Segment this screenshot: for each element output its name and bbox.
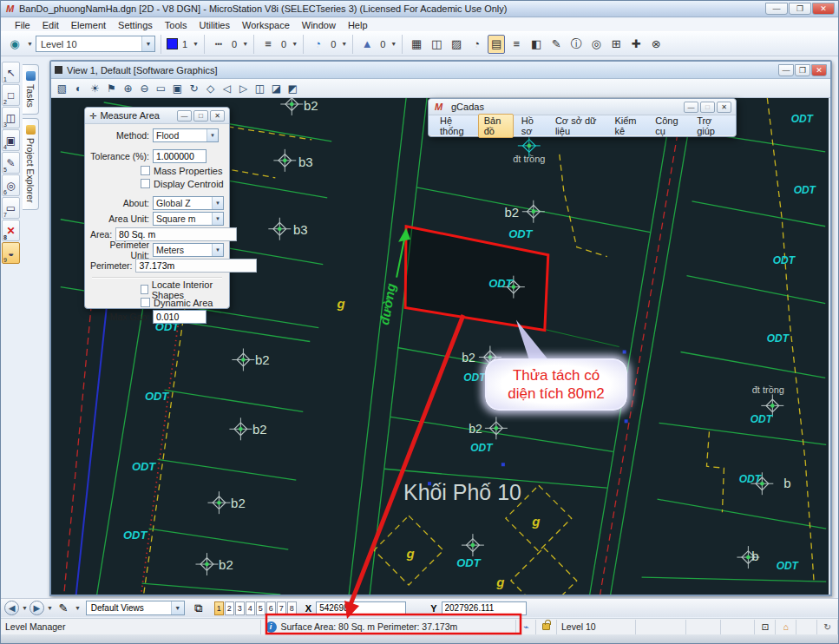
chevron-down-icon[interactable]: ▼ — [390, 41, 397, 47]
active-level-status[interactable]: Level 10 — [557, 620, 636, 634]
line-weight-icon[interactable]: ≡ — [259, 35, 277, 54]
gcadas-menu-bản-đồ[interactable]: Bản đồ — [478, 114, 514, 138]
window-area-icon[interactable]: ▭ — [154, 81, 168, 96]
menu-edit[interactable]: Edit — [37, 20, 64, 30]
measure-dialog-title-bar[interactable]: ✛ Measure Area — □ ✕ — [85, 108, 229, 124]
menu-help[interactable]: Help — [343, 20, 373, 30]
groups-tool[interactable]: ◎6 — [2, 174, 20, 196]
zoom-out-icon[interactable]: ⊖ — [137, 81, 152, 96]
view-toggle-3[interactable]: 3 — [235, 601, 245, 615]
title-bar[interactable]: M BanDo_phuongNamHa.dgn [2D - V8 DGN] - … — [1, 1, 838, 17]
flag-icon[interactable]: ⚑ — [104, 81, 119, 96]
chevron-down-icon[interactable]: ▼ — [242, 41, 248, 47]
dialog-close-button[interactable]: ✕ — [210, 110, 225, 122]
view-minimize-button[interactable]: — — [778, 64, 794, 76]
view-previous-icon[interactable]: ◁ — [220, 81, 234, 96]
area-unit-combo[interactable]: Square m ▼ — [153, 212, 224, 226]
gcadas-minimize-button[interactable]: — — [684, 102, 698, 113]
gcadas-close-button[interactable]: ✕ — [717, 102, 731, 113]
tab-project-explorer[interactable]: Project Explorer — [23, 118, 39, 210]
dialog-minimize-button[interactable]: — — [177, 110, 192, 122]
gcadas-menu-hồ-sơ[interactable]: Hồ sơ — [515, 114, 547, 138]
method-combo[interactable]: Flood ▼ — [153, 128, 219, 142]
rotate-view-icon[interactable]: ↻ — [187, 81, 201, 96]
adjust-colors-icon[interactable]: ◐ — [71, 81, 86, 96]
view-toggle-1[interactable]: 1 — [214, 601, 224, 615]
y-coordinate-input[interactable] — [442, 601, 527, 615]
chevron-down-icon[interactable]: ▼ — [75, 605, 81, 611]
gcadas-menu-hệ-thống[interactable]: Hệ thống — [434, 114, 476, 138]
models-icon[interactable]: ▦ — [408, 35, 425, 54]
view-toggle-4[interactable]: 4 — [246, 601, 255, 615]
project-explorer-icon[interactable]: ⊞ — [607, 35, 625, 54]
chevron-down-icon[interactable]: ▼ — [27, 41, 33, 47]
snap-mode-icon[interactable]: ⌁ — [515, 620, 536, 634]
menu-settings[interactable]: Settings — [113, 20, 158, 30]
view-maximize-button[interactable]: ❐ — [795, 64, 810, 76]
find-icon[interactable]: ◎ — [587, 35, 605, 54]
active-color-swatch[interactable] — [167, 38, 178, 49]
view-title-bar[interactable]: View 1, Default [Software Graphics] — ❐ … — [51, 62, 830, 79]
chevron-down-icon[interactable]: ▼ — [193, 41, 199, 47]
maximize-button[interactable]: ❐ — [789, 3, 811, 15]
references-icon[interactable]: ◫ — [428, 35, 445, 54]
line-style-icon[interactable]: ┅ — [210, 35, 227, 54]
view-display-menu-icon[interactable]: ▧ — [55, 81, 69, 96]
saved-views-icon[interactable]: ◧ — [528, 35, 545, 54]
gcadas-menu-kiểm-kê[interactable]: Kiểm kê — [608, 114, 647, 138]
view-menu-icon[interactable] — [55, 66, 62, 74]
menu-tools[interactable]: Tools — [160, 20, 193, 30]
locate-interior-shapes-checkbox[interactable] — [141, 285, 148, 294]
mass-properties-checkbox[interactable] — [141, 166, 150, 175]
gcadas-menu-cơ-sở-dữ-liệu[interactable]: Cơ sở dữ liệu — [549, 114, 607, 138]
dialog-restore-button[interactable]: □ — [193, 110, 208, 122]
minimize-button[interactable]: — — [765, 3, 788, 15]
view-close-button[interactable]: ✕ — [811, 64, 827, 76]
chevron-down-icon[interactable]: ▼ — [47, 605, 53, 611]
dgn-cache-icon[interactable]: ↻ — [817, 620, 838, 634]
fence-tool[interactable]: □2 — [2, 84, 20, 106]
toggles-icon[interactable]: ⊗ — [647, 35, 665, 54]
view-toggle-6[interactable]: 6 — [266, 601, 276, 615]
locks-icon[interactable] — [536, 620, 557, 634]
dynamic-area-checkbox[interactable] — [141, 298, 150, 307]
markups-icon[interactable]: ✎ — [547, 35, 565, 54]
brightness-icon[interactable]: ☀ — [88, 81, 102, 96]
cells-tool[interactable]: ▣4 — [2, 129, 20, 151]
display-centroid-checkbox[interactable] — [141, 179, 150, 188]
view-next-icon[interactable]: ▷ — [236, 81, 251, 96]
transparency-icon[interactable]: ◔ — [309, 35, 326, 54]
fit-view-icon[interactable]: ▣ — [170, 81, 185, 96]
element-selection-tool[interactable]: ↖1 — [2, 62, 20, 83]
clip-mask-icon[interactable]: ◩ — [285, 81, 300, 96]
modify-tool[interactable]: ▭7 — [2, 197, 20, 219]
manage-view-groups-icon[interactable]: ⧉ — [190, 601, 207, 616]
gcadas-menu-công-cụ[interactable]: Công cụ — [649, 114, 689, 138]
point-clouds-icon[interactable]: ◔ — [468, 35, 485, 54]
level-display-icon[interactable]: ▤ — [488, 35, 505, 54]
change-attributes-tool[interactable]: ✎5 — [2, 152, 20, 174]
chevron-down-icon[interactable]: ▼ — [22, 605, 28, 611]
zoom-in-icon[interactable]: ⊕ — [121, 81, 135, 96]
chevron-down-icon[interactable]: ▼ — [341, 41, 347, 47]
tab-tasks[interactable]: Tasks — [23, 64, 39, 115]
view-toggle-8[interactable]: 8 — [287, 601, 297, 615]
copy-view-icon[interactable]: ◫ — [252, 81, 267, 96]
pan-view-icon[interactable]: ◇ — [203, 81, 218, 96]
menu-utilities[interactable]: Utilities — [194, 20, 235, 30]
menu-workspace[interactable]: Workspace — [237, 20, 295, 30]
menu-window[interactable]: Window — [297, 20, 341, 30]
x-coordinate-input[interactable] — [316, 601, 406, 615]
accudraw-icon[interactable]: ✚ — [627, 35, 645, 54]
menu-file[interactable]: File — [10, 20, 36, 30]
delete-element-tool[interactable]: ✕8 — [2, 220, 20, 241]
measure-tool[interactable]: ◒9 — [2, 242, 20, 264]
active-element-tool-icon[interactable]: ◉ — [6, 35, 23, 54]
view-toggle-7[interactable]: 7 — [277, 601, 286, 615]
perimeter-unit-combo[interactable]: Meters ▼ — [153, 243, 224, 257]
priority-icon[interactable]: ▲ — [358, 35, 376, 54]
active-level-combo[interactable]: Level 10 ▼ — [36, 36, 155, 52]
chevron-down-icon[interactable]: ▼ — [292, 41, 298, 47]
view-toggle-2[interactable]: 2 — [225, 601, 234, 615]
close-button[interactable]: ✕ — [812, 3, 835, 15]
